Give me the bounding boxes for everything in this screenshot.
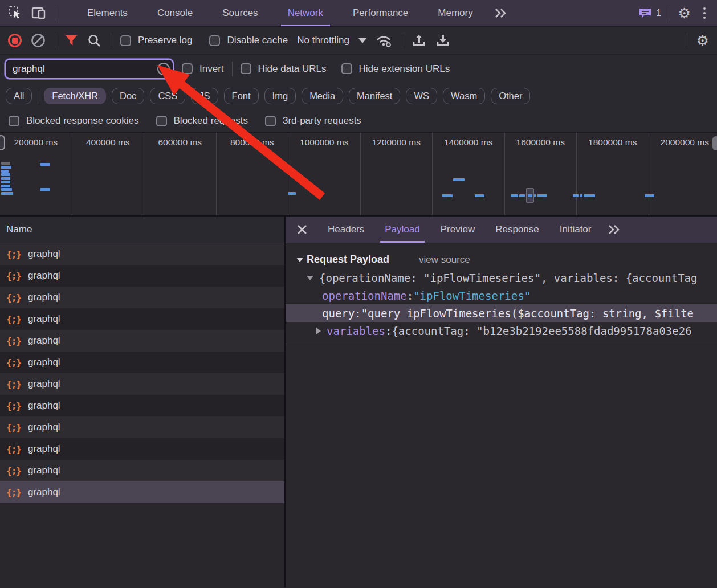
request-row[interactable]: {;}graphql xyxy=(0,373,284,395)
timeline-label: 1400000 ms xyxy=(433,133,505,215)
request-row[interactable]: {;}graphql xyxy=(0,330,284,352)
payload-variables-line[interactable]: variables: {accountTag: "b12e3b2192ee558… xyxy=(286,322,717,340)
chip-js[interactable]: JS xyxy=(191,88,218,104)
section-collapse-icon[interactable] xyxy=(296,258,303,262)
tree-expand-icon[interactable] xyxy=(307,276,313,280)
settings-gear-icon[interactable]: ⚙ xyxy=(678,6,691,21)
request-name: graphql xyxy=(28,357,60,368)
export-har-icon[interactable] xyxy=(435,33,450,48)
timeline-request-bar xyxy=(573,194,579,197)
inspect-element-icon[interactable] xyxy=(8,6,23,21)
chip-css[interactable]: CSS xyxy=(150,88,185,104)
tab-console[interactable]: Console xyxy=(142,0,207,26)
json-braces-icon: {;} xyxy=(6,487,21,498)
chip-font[interactable]: Font xyxy=(224,88,259,104)
detail-tab-response[interactable]: Response xyxy=(485,217,549,243)
tab-performance[interactable]: Performance xyxy=(338,0,423,26)
preserve-log-checkbox[interactable] xyxy=(120,35,131,46)
timeline-request-bar xyxy=(1,185,10,187)
timeline-label: 1200000 ms xyxy=(361,133,433,215)
filter-input[interactable] xyxy=(5,59,174,79)
request-name: graphql xyxy=(28,422,60,433)
payload-preview-line[interactable]: {operationName: "ipFlowTimeseries", vari… xyxy=(286,269,717,287)
view-source-link[interactable]: view source xyxy=(419,254,470,266)
blocked-response-cookies-row: Blocked response cookies xyxy=(9,115,139,126)
search-icon[interactable] xyxy=(87,34,101,48)
payload-operation-name-line[interactable]: operationName: "ipFlowTimeseries" xyxy=(286,287,717,304)
detail-tabbar: HeadersPayloadPreviewResponseInitiator xyxy=(286,217,717,243)
timeline-request-bar xyxy=(580,194,582,197)
json-braces-icon: {;} xyxy=(6,357,21,368)
chip-manifest[interactable]: Manifest xyxy=(349,88,400,104)
blocked-requests-checkbox[interactable] xyxy=(156,116,167,126)
clear-network-log-icon[interactable] xyxy=(31,33,46,48)
request-row[interactable]: {;}graphql xyxy=(0,243,284,265)
request-row[interactable]: {;}graphql xyxy=(0,438,284,460)
chip-all[interactable]: All xyxy=(6,88,32,104)
device-toolbar-icon[interactable] xyxy=(31,6,47,21)
payload-query-line-selected[interactable]: query: "query ipFlowTimeseries($accountT… xyxy=(286,304,717,322)
request-row[interactable]: {;}graphql xyxy=(0,460,284,481)
chip-ws[interactable]: WS xyxy=(406,88,437,104)
throttling-dropdown[interactable]: No throttling xyxy=(297,35,366,46)
preserve-log-label: Preserve log xyxy=(138,35,192,46)
timeline-request-bar xyxy=(584,194,595,197)
import-har-icon[interactable] xyxy=(412,33,426,48)
chip-doc[interactable]: Doc xyxy=(112,88,144,104)
request-row[interactable]: {;}graphql xyxy=(0,481,284,503)
close-details-icon[interactable] xyxy=(286,224,317,235)
issues-counter[interactable]: 1 xyxy=(638,7,661,19)
timeline-request-bar xyxy=(475,194,484,197)
name-column-header[interactable]: Name xyxy=(0,217,284,243)
clear-filter-icon[interactable]: ✕ xyxy=(157,63,170,75)
chip-img[interactable]: Img xyxy=(264,88,296,104)
chip-media[interactable]: Media xyxy=(302,88,343,104)
disable-cache-checkbox[interactable] xyxy=(209,35,220,46)
more-tabs-icon[interactable] xyxy=(488,0,513,26)
tab-elements[interactable]: Elements xyxy=(72,0,142,26)
more-detail-tabs-icon[interactable] xyxy=(601,224,626,235)
timeline-label: 2000000 ms xyxy=(649,133,717,215)
detail-tab-initiator[interactable]: Initiator xyxy=(549,217,602,243)
tree-collapse-icon[interactable] xyxy=(316,328,321,334)
chip-other[interactable]: Other xyxy=(491,88,530,104)
payload-panel: Request Payload view source {operationNa… xyxy=(286,243,717,587)
filter-icon[interactable] xyxy=(64,34,78,47)
hide-data-urls-label: Hide data URLs xyxy=(258,63,327,75)
tab-network[interactable]: Network xyxy=(273,0,338,26)
network-overview-timeline[interactable]: 200000 ms400000 ms600000 ms800000 ms1000… xyxy=(0,133,717,217)
hide-extension-urls-checkbox[interactable] xyxy=(341,63,352,74)
timeline-bar xyxy=(1,162,10,165)
request-row[interactable]: {;}graphql xyxy=(0,395,284,416)
request-row[interactable]: {;}graphql xyxy=(0,416,284,438)
timeline-left-handle[interactable] xyxy=(0,135,5,150)
json-braces-icon: {;} xyxy=(6,292,21,303)
request-row[interactable]: {;}graphql xyxy=(0,352,284,373)
chip-wasm[interactable]: Wasm xyxy=(443,88,485,104)
timeline-right-scroll-thumb[interactable] xyxy=(712,136,717,150)
invert-checkbox[interactable] xyxy=(182,63,193,74)
chip-fetchxhr[interactable]: Fetch/XHR xyxy=(44,88,106,104)
request-row[interactable]: {;}graphql xyxy=(0,308,284,330)
more-options-kebab-icon[interactable] xyxy=(699,5,710,21)
network-conditions-icon[interactable] xyxy=(376,33,393,48)
json-braces-icon: {;} xyxy=(6,336,21,346)
record-network-log-icon[interactable] xyxy=(8,34,22,47)
checkbox-label: 3rd-party requests xyxy=(283,115,361,126)
blocked-response-cookies-checkbox[interactable] xyxy=(9,116,19,126)
request-row[interactable]: {;}graphql xyxy=(0,265,284,287)
-rd-party-requests-checkbox[interactable] xyxy=(265,116,276,126)
hide-data-urls-checkbox[interactable] xyxy=(241,63,251,74)
timeline-label: 200000 ms xyxy=(0,133,72,215)
tab-sources[interactable]: Sources xyxy=(207,0,272,26)
invert-label: Invert xyxy=(199,63,224,75)
detail-tab-preview[interactable]: Preview xyxy=(430,217,485,243)
detail-tab-payload[interactable]: Payload xyxy=(374,217,430,243)
detail-tab-headers[interactable]: Headers xyxy=(317,217,374,243)
throttling-value: No throttling xyxy=(297,35,349,46)
tab-memory[interactable]: Memory xyxy=(423,0,487,26)
request-row[interactable]: {;}graphql xyxy=(0,287,284,308)
network-settings-gear-icon[interactable]: ⚙ xyxy=(696,34,709,48)
disable-cache-checkbox-row: Disable cache xyxy=(209,35,288,46)
timeline-request-bar xyxy=(519,194,525,197)
